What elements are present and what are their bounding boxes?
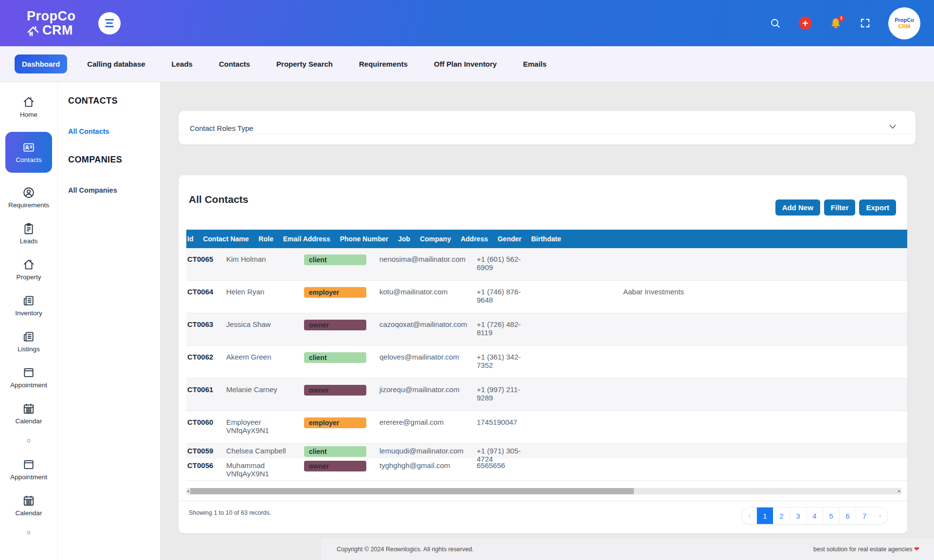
user-avatar[interactable]: PropCo CRM: [888, 7, 920, 39]
partial-circle-icon: [22, 438, 35, 442]
main-nav-tab[interactable]: Contacts: [206, 60, 263, 68]
scroll-left-arrow-icon[interactable]: ◂: [187, 489, 189, 493]
sidebar-item[interactable]: Leads: [5, 222, 52, 245]
main-nav-tab[interactable]: Requirements: [346, 60, 421, 68]
pagination-page-button[interactable]: 2: [773, 507, 790, 524]
table-header-cell[interactable]: Role: [258, 235, 282, 243]
main-nav-tab[interactable]: Property Search: [263, 60, 346, 68]
pagination-page-button[interactable]: 3: [790, 507, 807, 524]
sidebar-item-label: Home: [20, 111, 37, 118]
cell-email: kotu@mailinator.com: [378, 281, 476, 313]
table-row[interactable]: CT0061 Melanie Carney owner jizorequ@mai…: [186, 379, 907, 411]
contacts-table: IdContact NameRoleEmail AddressPhone Num…: [186, 230, 907, 481]
cell-address: [700, 248, 824, 280]
sidebar-item[interactable]: Calendar: [5, 494, 52, 517]
scrollbar-thumb[interactable]: [190, 488, 634, 494]
table-row[interactable]: CT0063 Jessica Shaw owner cazoqoxat@mail…: [186, 313, 907, 346]
main-nav-tab[interactable]: Emails: [510, 60, 559, 68]
pagination-page-button[interactable]: 7: [856, 507, 873, 524]
pagination-next-button[interactable]: ›: [873, 507, 887, 524]
table-header-cell[interactable]: Phone Number: [339, 235, 397, 243]
sidebar-item[interactable]: Requirements: [5, 186, 52, 209]
table-row[interactable]: CT0062 Akeem Green client qeloves@mailin…: [186, 346, 907, 379]
table-header-cell[interactable]: Job: [397, 235, 419, 243]
main-nav-tab[interactable]: Off Plan Inventory: [421, 60, 510, 68]
table-header-cell[interactable]: Email Address: [282, 235, 339, 243]
chevron-down-icon[interactable]: [889, 125, 896, 129]
horizontal-scrollbar[interactable]: ◂ ▸: [186, 488, 901, 494]
window-icon: [22, 366, 35, 379]
cell-birthdate: [890, 281, 907, 313]
filter-button[interactable]: Filter: [824, 199, 856, 216]
cell-contact-name: Muhammad VNfqAyX9N1: [225, 458, 303, 480]
fullscreen-icon[interactable]: [860, 18, 871, 29]
cell-contact-name: Helen Ryan: [225, 281, 303, 313]
sidebar-item-label: Requirements: [8, 201, 49, 209]
sidebar-item[interactable]: Home: [5, 96, 52, 118]
pagination-page-button[interactable]: 4: [807, 507, 823, 524]
copyright-text: Copyright © 2024 Reownlogics. All rights…: [337, 546, 474, 553]
cell-company: [622, 444, 700, 458]
plus-icon: +: [802, 18, 808, 28]
cell-contact-id: CT0063: [186, 313, 225, 345]
sidebar-item[interactable]: [5, 438, 52, 445]
sidebar-item[interactable]: [5, 530, 52, 537]
card-divider: [179, 501, 907, 501]
sidebar-item[interactable]: Inventory: [5, 294, 52, 317]
cell-contact-id: CT0060: [186, 411, 225, 443]
sidebar-item[interactable]: Appointment: [5, 366, 52, 389]
submenu-link-all-companies[interactable]: All Companies: [68, 186, 160, 194]
cell-job: [547, 346, 622, 378]
table-row[interactable]: CT0064 Helen Ryan employer kotu@mailinat…: [186, 281, 907, 313]
table-header-cell[interactable]: Gender: [497, 235, 530, 243]
export-button[interactable]: Export: [859, 199, 896, 216]
contacts-submenu-panel: CONTACTS All Contacts COMPANIES All Comp…: [58, 82, 161, 560]
search-icon[interactable]: [770, 18, 781, 29]
main-nav-tab[interactable]: Leads: [159, 60, 206, 68]
scroll-right-arrow-icon[interactable]: ▸: [898, 489, 900, 493]
quick-add-button[interactable]: +: [799, 17, 812, 30]
sidebar-item-label: Appointment: [10, 381, 47, 389]
table-header-cell[interactable]: Contact Name: [202, 235, 257, 243]
table-header-cell[interactable]: Id: [186, 235, 202, 243]
main-content: Contact Roles Type All Contacts Add New …: [161, 82, 934, 560]
cell-job: [547, 281, 622, 313]
cell-email: nenosima@mailinator.com: [378, 248, 476, 280]
pagination-page-button[interactable]: 5: [823, 507, 840, 524]
cell-email: jizorequ@mailinator.com: [378, 379, 476, 411]
main-nav-tab[interactable]: Calling database: [74, 60, 158, 68]
table-row[interactable]: CT0060 Employeer VNfqAyX9N1 employer ere…: [186, 411, 907, 444]
sidebar-item[interactable]: Calendar: [5, 402, 52, 425]
notifications-button[interactable]: 1: [829, 17, 842, 30]
records-summary: Showing 1 to 10 of 63 records.: [189, 509, 271, 516]
cell-phone: +1 (746) 876-9648: [476, 281, 547, 313]
cell-contact-name: Employeer VNfqAyX9N1: [225, 411, 303, 443]
cell-gender: [824, 248, 890, 280]
sidebar-item[interactable]: Property: [5, 258, 52, 281]
contact-roles-type-select[interactable]: Contact Roles Type: [190, 124, 253, 132]
sidebar-item[interactable]: Contacts: [5, 132, 52, 173]
pagination-prev-button[interactable]: ‹: [742, 507, 757, 524]
pagination-page-button[interactable]: 1: [757, 507, 773, 524]
role-badge: employer: [304, 287, 366, 298]
table-header-cell[interactable]: Address: [460, 235, 497, 243]
add-new-button[interactable]: Add New: [775, 199, 820, 216]
calendar-icon: [22, 402, 35, 415]
table-row[interactable]: CT0059 Chelsea Campbell client lemuqudi@…: [186, 444, 907, 458]
table-header-cell[interactable]: Birthdate: [530, 235, 570, 243]
role-badge: client: [304, 254, 366, 265]
sidebar-item[interactable]: Listings: [5, 330, 52, 353]
cell-address: [700, 458, 824, 480]
logo-house-icon: [27, 25, 41, 37]
main-nav-tab[interactable]: Dashboard: [15, 54, 67, 73]
submenu-link-all-contacts[interactable]: All Contacts: [68, 127, 160, 135]
cell-job: [547, 444, 622, 458]
table-row[interactable]: CT0065 Kim Holman client nenosima@mailin…: [186, 248, 907, 281]
cell-birthdate: [890, 379, 907, 411]
menu-toggle-button[interactable]: [98, 12, 121, 35]
table-row[interactable]: CT0056 Muhammad VNfqAyX9N1 owner tyghghg…: [186, 458, 907, 481]
pagination-page-button[interactable]: 6: [840, 507, 856, 524]
table-header-cell[interactable]: Company: [419, 235, 460, 243]
sidebar-item[interactable]: Appointment: [5, 458, 52, 481]
cell-phone: +1 (601) 562-6909: [476, 248, 547, 280]
